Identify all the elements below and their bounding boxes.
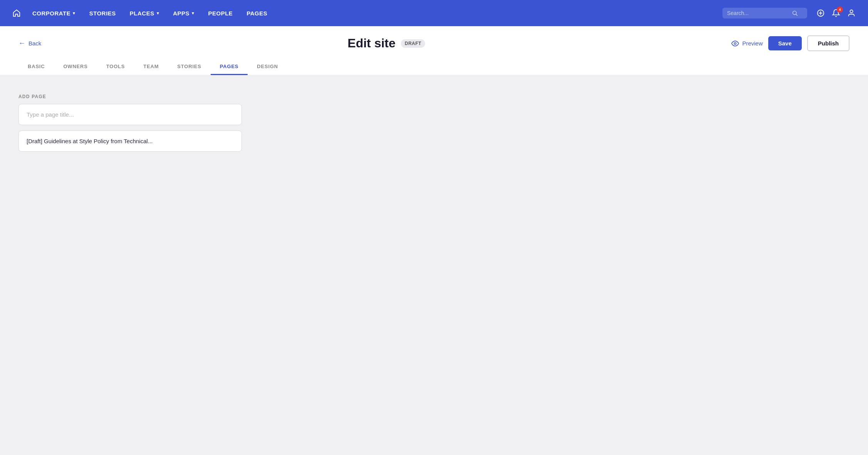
top-navigation: CORPORATE ▾ STORIES PLACES ▾ APPS ▾ PEOP… (0, 0, 868, 26)
notification-badge: 4 (837, 7, 843, 13)
tab-basic[interactable]: BASIC (18, 59, 54, 75)
main-content: ADD PAGE [Draft] Guidelines at Style Pol… (0, 75, 347, 170)
user-profile-button[interactable] (847, 9, 856, 17)
search-icon (792, 10, 798, 16)
add-button[interactable] (816, 9, 825, 17)
nav-people[interactable]: PEOPLE (203, 7, 238, 20)
svg-point-5 (850, 10, 853, 13)
header-actions: Preview Save Publish (731, 35, 850, 51)
search-input[interactable] (727, 10, 789, 16)
notifications-button[interactable]: 4 (832, 9, 840, 17)
chevron-down-icon: ▾ (73, 11, 75, 16)
tab-pages[interactable]: PAGES (211, 59, 248, 75)
publish-button[interactable]: Publish (807, 35, 850, 51)
header-top: ← Back Edit site DRAFT Preview Save Publ… (18, 35, 850, 51)
eye-icon (731, 40, 739, 47)
add-page-input[interactable] (18, 104, 242, 125)
chevron-down-icon: ▾ (192, 11, 194, 16)
back-arrow-icon: ← (18, 39, 25, 47)
svg-point-6 (734, 42, 736, 44)
tab-team[interactable]: TEAM (134, 59, 168, 75)
nav-apps[interactable]: APPS ▾ (168, 7, 199, 20)
save-button[interactable]: Save (768, 36, 802, 50)
svg-point-0 (793, 11, 796, 15)
nav-stories[interactable]: STORIES (84, 7, 121, 20)
page-title-group: Edit site DRAFT (348, 36, 426, 50)
page-list-item[interactable]: [Draft] Guidelines at Style Policy from … (18, 130, 242, 152)
add-page-label: ADD PAGE (18, 94, 328, 99)
back-button[interactable]: ← Back (18, 39, 41, 47)
draft-badge: DRAFT (401, 39, 425, 48)
tab-tools[interactable]: TOOLS (97, 59, 134, 75)
search-bar (722, 8, 807, 18)
tabs: BASIC OWNERS TOOLS TEAM STORIES PAGES DE… (18, 59, 850, 75)
home-button[interactable] (12, 9, 21, 17)
tab-design[interactable]: DESIGN (248, 59, 287, 75)
nav-corporate[interactable]: CORPORATE ▾ (27, 7, 81, 20)
nav-pages[interactable]: PAGES (241, 7, 273, 20)
header-area: ← Back Edit site DRAFT Preview Save Publ… (0, 26, 868, 75)
page-title: Edit site (348, 36, 395, 50)
svg-line-1 (796, 14, 798, 16)
tab-owners[interactable]: OWNERS (54, 59, 97, 75)
nav-places[interactable]: PLACES ▾ (124, 7, 164, 20)
preview-button[interactable]: Preview (731, 40, 762, 47)
tab-stories[interactable]: STORIES (168, 59, 210, 75)
nav-actions: 4 (816, 9, 856, 17)
chevron-down-icon: ▾ (157, 11, 159, 16)
